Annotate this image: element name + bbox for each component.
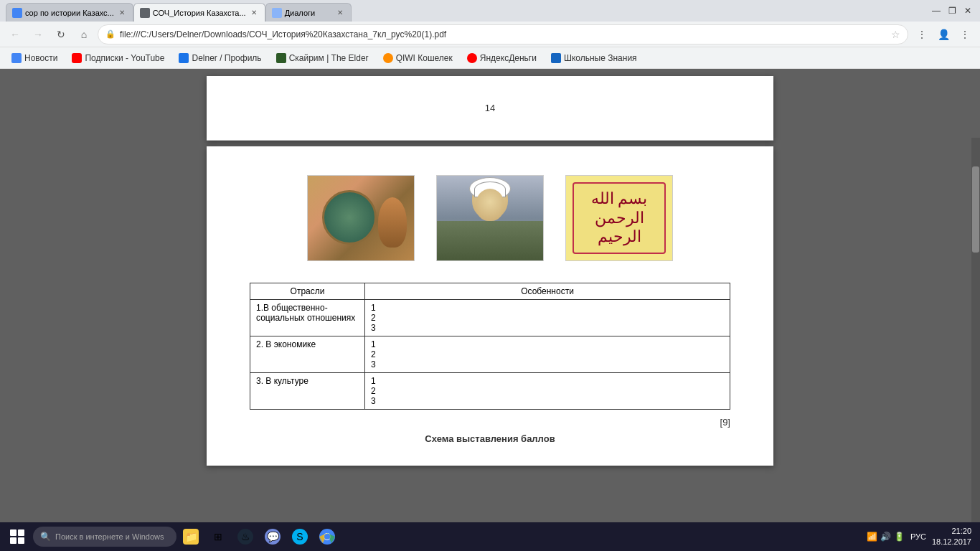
taskbar-file-explorer[interactable]: 📁 xyxy=(178,524,204,550)
system-clock[interactable]: 21:20 18.12.2017 xyxy=(932,526,971,548)
table-cell-industry-2: 2. В экономике xyxy=(250,336,365,373)
title-bar: сор по истории Казахс... ✕ СОЧ_История К… xyxy=(0,0,980,22)
bookmark-favicon-yandex xyxy=(467,53,477,63)
taskbar-chrome[interactable] xyxy=(314,524,340,550)
tab-dialogs[interactable]: Диалоги ✕ xyxy=(265,3,352,22)
steam-icon: ♨ xyxy=(237,529,253,545)
taskbar-skype[interactable]: S xyxy=(287,524,313,550)
tab-favicon-3 xyxy=(272,8,282,18)
bookmark-qiwi[interactable]: QIWI Кошелек xyxy=(377,50,458,66)
start-button[interactable] xyxy=(3,524,32,550)
bookmark-label-news: Новости xyxy=(24,53,57,63)
calligraphy-text: بسم اللهالرحمنالرحيم xyxy=(573,182,666,254)
toolbar: ← → ↻ ⌂ 🔒 file:///C:/Users/Delner/Downlo… xyxy=(0,22,980,47)
bookmark-star-icon[interactable]: ☆ xyxy=(891,29,900,40)
address-bar[interactable]: 🔒 file:///C:/Users/Delner/Downloads/СОЧ_… xyxy=(98,24,908,44)
pdf-scrollbar-thumb[interactable] xyxy=(972,166,979,253)
pdf-page-number: 14 xyxy=(207,76,773,141)
bookmark-favicon-yt xyxy=(72,53,82,63)
pdf-scrollbar[interactable] xyxy=(971,138,980,522)
tab-history-sor[interactable]: сор по истории Казахс... ✕ xyxy=(6,3,133,22)
pdf-page-body: بسم اللهالرحمنالرحيم Отрасли Особенности xyxy=(207,146,773,466)
taskbar: 🔍 Поиск в интернете и Windows 📁 ⊞ ♨ 💬 S … xyxy=(0,522,980,551)
schema-title: Схема выставления баллов xyxy=(250,433,730,444)
taskbar-task-view[interactable]: ⊞ xyxy=(205,524,231,550)
forward-button[interactable]: → xyxy=(29,25,47,44)
search-icon: 🔍 xyxy=(40,532,51,542)
bookmark-label-yandex: ЯндексДеньги xyxy=(480,53,537,63)
chrome-icon xyxy=(319,529,335,545)
extensions-button[interactable]: ⋮ xyxy=(913,25,931,44)
home-button[interactable]: ⌂ xyxy=(75,25,93,44)
industries-table: Отрасли Особенности 1.В общественно-соци… xyxy=(250,283,730,410)
refresh-button[interactable]: ↻ xyxy=(52,25,70,44)
table-cell-features-3: 1 2 3 xyxy=(365,373,730,410)
bookmark-youtube[interactable]: Подписки - YouTube xyxy=(66,50,170,66)
file-explorer-icon: 📁 xyxy=(183,529,199,545)
back-button[interactable]: ← xyxy=(6,25,24,44)
bookmark-skyrim[interactable]: Скайрим | The Elder xyxy=(270,50,374,66)
clock-date: 18.12.2017 xyxy=(932,537,971,547)
pdf-main-area: 14 بسم اللهالرحمنالرحيم xyxy=(0,69,980,522)
taskbar-right: 📶 🔊 🔋 РУС 21:20 18.12.2017 xyxy=(867,526,977,548)
tray-icons: 📶 🔊 🔋 xyxy=(867,532,905,542)
skype-icon: S xyxy=(292,529,308,545)
tray-network-icon[interactable]: 📶 xyxy=(867,532,877,542)
close-button[interactable]: ✕ xyxy=(961,4,974,17)
bookmark-profile[interactable]: Delner / Профиль xyxy=(173,50,267,66)
table-row: 1.В общественно-социальных отношениях 1 … xyxy=(250,300,730,336)
clock-time: 21:20 xyxy=(932,526,971,537)
images-row: بسم اللهالرحمنالرحيم xyxy=(250,175,730,261)
tray-battery-icon[interactable]: 🔋 xyxy=(894,532,905,542)
bookmark-label-du: Delner / Профиль xyxy=(192,53,261,63)
start-square-4 xyxy=(18,537,24,544)
pdf-viewer: 14 بسم اللهالرحمنالرحيم xyxy=(203,69,777,522)
bookmark-school[interactable]: Школьные Знания xyxy=(545,50,643,66)
table-row: 2. В экономике 1 2 3 xyxy=(250,336,730,373)
bookmarks-bar: Новости Подписки - YouTube Delner / Проф… xyxy=(0,47,980,69)
taskbar-search[interactable]: 🔍 Поиск в интернете и Windows xyxy=(33,527,176,547)
image-pottery xyxy=(307,175,415,261)
table-header-industry: Отрасли xyxy=(250,283,365,300)
tray-volume-icon[interactable]: 🔊 xyxy=(880,532,891,542)
pdf-page-content: بسم اللهالرحمنالرحيم Отрасли Особенности xyxy=(207,146,773,466)
table-cell-industry-3: 3. В культуре xyxy=(250,373,365,410)
pdf-page-top: 14 xyxy=(207,76,773,141)
maximize-button[interactable]: ❐ xyxy=(946,4,958,17)
bookmark-yandex[interactable]: ЯндексДеньги xyxy=(461,50,542,66)
start-square-2 xyxy=(18,529,24,536)
minimize-button[interactable]: — xyxy=(930,4,943,17)
table-cell-features-1: 1 2 3 xyxy=(365,300,730,336)
language-indicator[interactable]: РУС xyxy=(910,532,926,541)
menu-button[interactable]: ⋮ xyxy=(956,25,974,44)
tab-favicon-2 xyxy=(140,8,150,18)
start-square-1 xyxy=(10,529,17,536)
bookmark-label-skyrim: Скайрим | The Elder xyxy=(289,53,369,63)
svg-point-2 xyxy=(324,534,330,540)
account-button[interactable]: 👤 xyxy=(934,25,953,44)
bookmark-label-yt: Подписки - YouTube xyxy=(85,53,164,63)
table-row: 3. В культуре 1 2 3 xyxy=(250,373,730,410)
taskbar-steam[interactable]: ♨ xyxy=(232,524,258,550)
toolbar-right: ⋮ 👤 ⋮ xyxy=(913,25,974,44)
bookmark-label-school: Школьные Знания xyxy=(564,53,637,63)
taskbar-discord[interactable]: 💬 xyxy=(260,524,286,550)
table-cell-industry-1: 1.В общественно-социальных отношениях xyxy=(250,300,365,336)
url-text: file:///C:/Users/Delner/Downloads/СОЧ_Ис… xyxy=(120,29,887,39)
tab-close-3[interactable]: ✕ xyxy=(335,8,345,18)
tab-pdf[interactable]: СОЧ_История Казахста... ✕ xyxy=(133,3,265,22)
tab-close-2[interactable]: ✕ xyxy=(249,8,259,18)
search-placeholder: Поиск в интернете и Windows xyxy=(55,532,164,541)
tab-bar: сор по истории Казахс... ✕ СОЧ_История К… xyxy=(6,0,352,22)
task-view-icon: ⊞ xyxy=(210,529,226,545)
tab-label-3: Диалоги xyxy=(285,9,316,17)
tab-label-2: СОЧ_История Казахста... xyxy=(153,9,246,17)
table-cell-features-2: 1 2 3 xyxy=(365,336,730,373)
bookmark-label-qiwi: QIWI Кошелек xyxy=(396,53,453,63)
lock-icon: 🔒 xyxy=(105,29,116,39)
image-scholar xyxy=(436,175,544,261)
tab-close-1[interactable]: ✕ xyxy=(117,8,127,18)
bookmark-news[interactable]: Новости xyxy=(6,50,63,66)
bookmark-favicon-skyrim xyxy=(276,53,286,63)
tab-favicon-1 xyxy=(12,8,22,18)
